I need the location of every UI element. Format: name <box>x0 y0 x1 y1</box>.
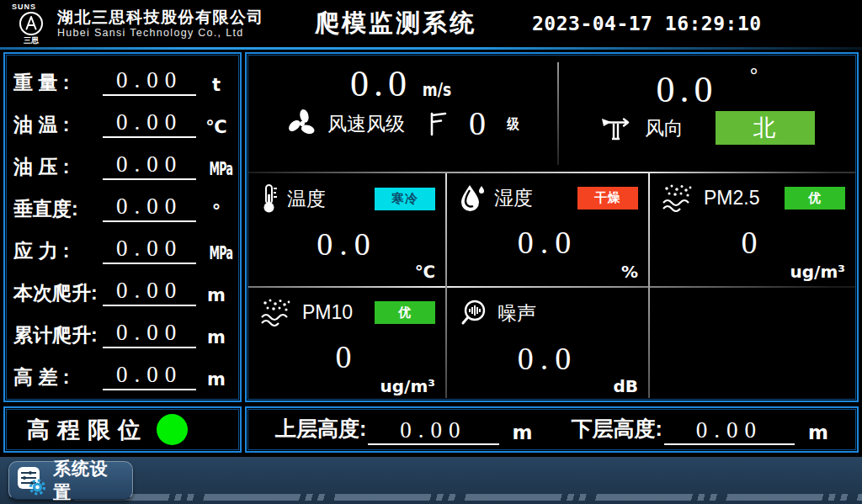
pm10-unit: ug/m³ <box>380 376 435 396</box>
lower-height-group: 下层高度: 0.00 m <box>572 415 829 445</box>
metric-unit: ℃ <box>201 117 231 141</box>
metric-unit: MPa <box>201 243 231 268</box>
datetime-display: 2023-04-17 16:29:10 <box>532 13 762 34</box>
metric-row-height-diff: 高 差 : 0.00 m <box>13 355 231 394</box>
metric-row-oil-temp: 油 温 : 0.00 ℃ <box>13 103 231 141</box>
metric-value: 0.00 <box>103 109 196 138</box>
pm10-cell: PM10 优 0 ug/m³ <box>248 288 445 401</box>
wind-level-unit: 级 <box>507 114 519 134</box>
metrics-panel: 重 量 : 0.00 t 油 温 : 0.00 ℃ 油 压 : 0.00 MPa… <box>3 52 242 402</box>
metric-label: 高 差 : <box>13 364 103 394</box>
noise-value: 0.0 <box>447 340 648 377</box>
metric-unit: m <box>201 327 231 352</box>
pm10-status-badge: 优 <box>375 301 435 324</box>
metric-label: 垂直度: <box>13 196 103 225</box>
metric-row-weight: 重 量 : 0.00 t <box>13 61 231 99</box>
noise-meter-icon <box>459 298 489 328</box>
temperature-unit: ℃ <box>415 262 435 282</box>
temperature-status-badge: 寒冷 <box>375 188 435 210</box>
pm10-label: PM10 <box>302 301 353 324</box>
metric-unit: t <box>201 75 231 99</box>
lower-height-value: 0.00 <box>664 417 795 445</box>
settings-sliders-gear-icon <box>16 465 46 496</box>
company-name-en: Hubei Sansi Technology Co., Ltd <box>57 27 264 39</box>
temperature-value: 0.0 <box>248 225 445 263</box>
upper-height-unit: m <box>513 422 533 445</box>
wind-direction-value: 0.0 <box>657 69 718 110</box>
wind-speed-unit: m/s <box>423 79 451 100</box>
metric-label: 油 压 : <box>13 154 103 183</box>
metric-row-oil-pressure: 油 压 : 0.00 MPa <box>13 145 231 183</box>
wind-speed-block: 0.0m/s 风速风级 <box>248 56 557 172</box>
wind-speed-value: 0.0 <box>350 63 412 104</box>
lower-height-unit: m <box>808 422 828 445</box>
metric-value: 0.00 <box>103 362 196 390</box>
noise-cell: 噪声 0.0 dB <box>447 288 648 401</box>
humidity-value: 0.0 <box>447 224 648 261</box>
metric-label: 累计爬升: <box>13 322 103 352</box>
sansi-logo-icon <box>19 11 44 36</box>
pm25-label: PM2.5 <box>704 187 759 210</box>
taskbar: 系统设置 <box>0 457 862 504</box>
metric-label: 本次爬升: <box>13 280 103 310</box>
taskbar-stripes-decoration <box>74 494 862 501</box>
heights-panel: 上层高度: 0.00 m 下层高度: 0.00 m <box>245 406 859 453</box>
metric-value: 0.00 <box>103 278 196 306</box>
page-title: 爬模监测系统 <box>315 7 476 40</box>
metric-value: 0.00 <box>103 236 196 264</box>
temperature-cell: 温度 寒冷 0.0 ℃ <box>248 173 445 286</box>
temperature-label: 温度 <box>287 186 326 212</box>
company-name-block: 湖北三思科技股份有限公司 Hubei Sansi Technology Co.,… <box>57 8 264 39</box>
settings-button[interactable]: 系统设置 <box>8 461 133 500</box>
metric-row-stress: 应 力 : 0.00 MPa <box>13 229 231 268</box>
wind-section: 0.0m/s 风速风级 <box>248 56 855 172</box>
noise-label: 噪声 <box>498 300 536 326</box>
humidity-unit: % <box>621 262 638 282</box>
metric-label: 重 量 : <box>13 70 103 99</box>
metric-row-current-climb: 本次爬升: 0.00 m <box>13 271 231 310</box>
metric-value: 0.00 <box>103 151 196 180</box>
metric-label: 油 温 : <box>13 112 103 141</box>
metric-value: 0.00 <box>103 67 196 96</box>
header: SUNS 三思 湖北三思科技股份有限公司 Hubei Sansi Technol… <box>0 0 862 47</box>
wind-level-flag-icon <box>427 111 449 136</box>
pm25-unit: ug/m³ <box>790 262 845 282</box>
lower-height-label: 下层高度: <box>572 415 662 445</box>
pm25-dust-icon <box>662 183 695 212</box>
pm25-status-badge: 优 <box>785 187 845 210</box>
metric-unit: ° <box>201 201 231 225</box>
company-logo: SUNS 三思 <box>7 3 56 45</box>
pm25-value: 0 <box>650 224 855 261</box>
header-accent-line <box>0 47 862 50</box>
wind-speed-label: 风速风级 <box>327 111 405 137</box>
metric-row-total-climb: 累计爬升: 0.00 m <box>13 313 231 352</box>
elevation-limit-indicator <box>157 414 188 445</box>
metric-label: 应 力 : <box>13 238 103 268</box>
thermometer-icon <box>260 183 279 214</box>
wind-direction-label: 风向 <box>645 115 684 141</box>
noise-unit: dB <box>613 376 638 396</box>
wind-level-value: 0 <box>469 107 486 141</box>
elevation-limit-panel: 高程限位 <box>3 406 242 453</box>
upper-height-group: 上层高度: 0.00 m <box>275 415 533 445</box>
wind-direction-badge: 北 <box>716 111 815 145</box>
company-name: 湖北三思科技股份有限公司 <box>57 8 264 27</box>
metric-row-verticality: 垂直度: 0.00 ° <box>13 187 231 225</box>
metric-unit: MPa <box>201 159 231 183</box>
wind-vane-icon <box>599 114 635 142</box>
humidity-drop-icon <box>459 183 486 212</box>
fan-icon <box>285 107 319 141</box>
metric-unit: m <box>201 285 231 310</box>
metric-value: 0.00 <box>103 320 196 348</box>
environment-panel: 0.0m/s 风速风级 <box>245 52 859 402</box>
settings-button-label: 系统设置 <box>53 457 125 504</box>
humidity-status-badge: 干燥 <box>577 187 638 210</box>
metrics-list: 重 量 : 0.00 t 油 温 : 0.00 ℃ 油 压 : 0.00 MPa… <box>13 61 231 394</box>
monitoring-screen: SUNS 三思 湖北三思科技股份有限公司 Hubei Sansi Technol… <box>0 0 862 504</box>
elevation-limit-label: 高程限位 <box>27 415 148 445</box>
pm10-dust-icon <box>260 298 294 326</box>
upper-height-label: 上层高度: <box>275 415 366 445</box>
logo-cn-text: 三思 <box>24 37 39 45</box>
wind-direction-block: 0.0° 风向 北 <box>559 56 855 172</box>
pm10-value: 0 <box>248 338 445 375</box>
